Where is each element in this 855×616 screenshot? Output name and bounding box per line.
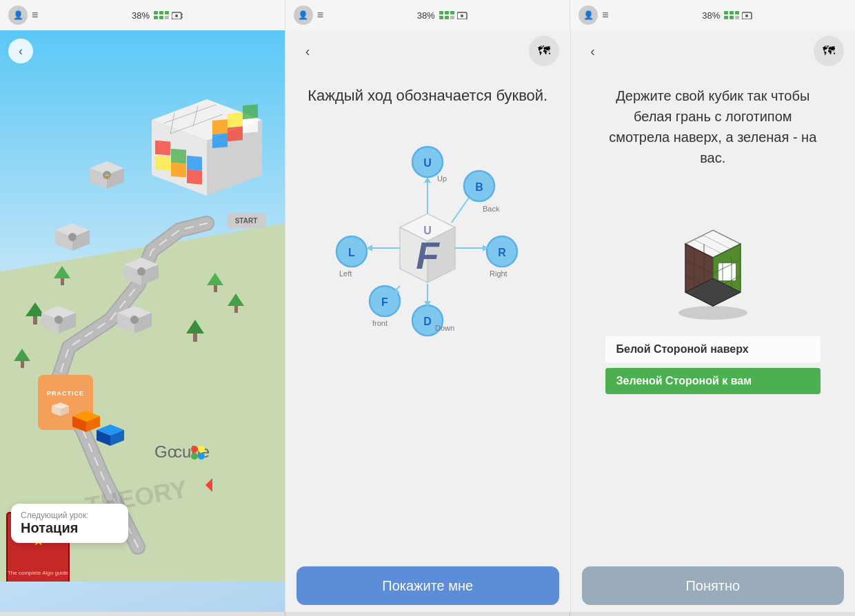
green-side-label: Зеленой Стороной к вам (605, 368, 821, 394)
panel-2-nav: ‹ 🗺 (285, 30, 570, 72)
next-lesson-label: Следующий урок: (21, 511, 119, 520)
panel-2-map-button[interactable]: 🗺 (529, 36, 559, 66)
svg-text:D: D (423, 316, 432, 327)
status-section-3: 👤 ≡ 38% (570, 0, 855, 30)
white-side-label: Белой Стороной наверх (605, 336, 821, 362)
battery-grid-icon-1 (154, 11, 169, 19)
svg-rect-14 (445, 16, 449, 19)
svg-rect-3 (154, 16, 158, 19)
cube-3d-container (644, 189, 782, 327)
panel-2-back-button[interactable]: ‹ (296, 40, 319, 62)
svg-point-101 (191, 446, 198, 453)
map-icon-3: 🗺 (823, 44, 835, 59)
svg-text:🔒: 🔒 (104, 172, 110, 178)
bottom-seg-3 (570, 612, 855, 616)
svg-rect-2 (165, 11, 169, 14)
show-me-button[interactable]: Покажите мне (296, 566, 559, 605)
panel-notation: ‹ 🗺 Каждый ход обозначается буквой. F (285, 30, 570, 612)
svg-point-77 (54, 316, 63, 324)
svg-rect-59 (214, 285, 217, 292)
svg-rect-19 (730, 11, 734, 14)
svg-rect-47 (228, 126, 243, 141)
cube-status-icon-3 (742, 11, 753, 19)
svg-rect-22 (730, 16, 734, 19)
svg-point-69 (68, 233, 77, 241)
svg-rect-57 (234, 306, 238, 313)
svg-rect-10 (439, 11, 443, 14)
svg-point-104 (198, 453, 205, 460)
menu-icon-3[interactable]: ≡ (602, 9, 608, 21)
cube-status-icon-1 (172, 11, 183, 19)
avatar-3: 👤 (579, 6, 598, 25)
ok-button[interactable]: Понятно (582, 566, 845, 605)
svg-point-73 (137, 267, 145, 276)
svg-rect-46 (212, 133, 228, 148)
svg-rect-18 (724, 11, 728, 14)
svg-rect-21 (724, 16, 728, 19)
svg-rect-0 (154, 11, 158, 14)
svg-text:U: U (423, 157, 432, 169)
next-lesson-card: Следующий урок: Нотация (11, 504, 128, 543)
menu-icon-2[interactable]: ≡ (317, 9, 323, 21)
svg-point-17 (461, 14, 463, 17)
svg-text:Right: Right (490, 269, 507, 278)
svg-text:B: B (475, 181, 483, 193)
svg-point-25 (745, 14, 748, 17)
bottom-seg-1 (0, 612, 285, 616)
orientation-title: Держите свой кубик так чтобы белая грань… (592, 85, 835, 168)
bottom-bar (0, 612, 855, 616)
battery-3: 38% (609, 10, 847, 21)
svg-rect-55 (193, 333, 197, 342)
avatar-2: 👤 (294, 6, 313, 25)
avatar-1: 👤 (8, 6, 28, 25)
panel-2-title: Каждый ход обозначается буквой. (308, 85, 547, 107)
svg-text:Up: Up (437, 174, 447, 183)
svg-text:L: L (348, 247, 355, 258)
svg-rect-37 (155, 141, 170, 156)
svg-point-102 (198, 446, 205, 453)
cube-3d-svg (644, 189, 782, 327)
notation-svg: F U U Up D Down (324, 121, 531, 355)
svg-point-7 (175, 14, 178, 17)
svg-rect-4 (159, 16, 163, 19)
notation-diagram: F U U Up D Down (324, 121, 531, 355)
battery-2: 38% (323, 10, 561, 21)
svg-text:Back: Back (483, 205, 500, 213)
svg-text:The complete Algo guide: The complete Algo guide (8, 570, 69, 576)
panel-3-back-button[interactable]: ‹ (582, 40, 604, 62)
next-lesson-title: Нотация (21, 520, 119, 536)
svg-rect-45 (243, 104, 258, 119)
svg-text:front: front (372, 319, 388, 327)
svg-text:START: START (235, 217, 258, 225)
svg-rect-13 (439, 16, 443, 19)
svg-text:F: F (381, 296, 388, 308)
svg-text:R: R (498, 247, 506, 258)
svg-rect-40 (155, 156, 170, 171)
panel-3-map-button[interactable]: 🗺 (814, 36, 844, 66)
svg-text:Down: Down (435, 324, 454, 332)
svg-rect-48 (243, 118, 258, 133)
svg-rect-38 (171, 149, 186, 164)
svg-rect-152 (718, 263, 736, 280)
status-section-2: 👤 ≡ 38% (285, 0, 571, 30)
svg-point-158 (678, 306, 747, 320)
svg-text:PRACTICE: PRACTICE (47, 390, 84, 397)
svg-rect-44 (228, 112, 243, 127)
main-content: ‹ (0, 30, 855, 612)
battery-grid-icon-2 (439, 11, 454, 19)
map-back-button[interactable]: ‹ (8, 39, 33, 63)
svg-rect-41 (171, 163, 186, 178)
cube-status-icon-2 (457, 11, 468, 19)
map-illustration: START (0, 30, 285, 582)
bottom-seg-2 (285, 612, 571, 616)
panel-orientation: ‹ 🗺 Держите свой кубик так чтобы белая г… (570, 30, 856, 612)
svg-rect-51 (21, 361, 24, 368)
svg-rect-11 (445, 11, 449, 14)
menu-icon-1[interactable]: ≡ (32, 9, 38, 21)
svg-rect-39 (187, 156, 202, 171)
panel-map: ‹ (0, 30, 285, 612)
status-bar: 👤 ≡ 38% (0, 0, 855, 30)
panel-3-content: Держите свой кубик так чтобы белая грань… (571, 72, 856, 559)
svg-rect-20 (735, 11, 739, 14)
battery-1: 38% (38, 10, 276, 21)
